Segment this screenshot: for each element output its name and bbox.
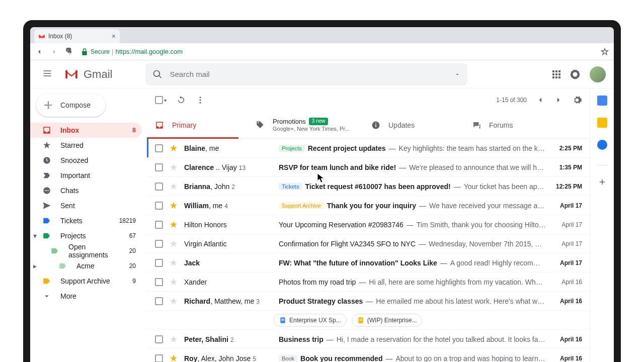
star-icon[interactable]	[169, 220, 178, 229]
mail-row[interactable]: JackFW: What "the future of innovation" …	[147, 253, 590, 273]
tasks-addon-icon[interactable]	[597, 140, 607, 150]
chevron-right-icon[interactable]: ▸	[33, 262, 37, 270]
tab-updates[interactable]: Updates	[363, 112, 464, 138]
search-input[interactable]	[170, 70, 447, 78]
sidebar-item-tickets[interactable]: Tickets18219	[30, 213, 142, 228]
address-bar[interactable]: Secure | https://mail.google.com	[80, 48, 183, 56]
chevron-down-icon[interactable]: ▾	[33, 232, 37, 240]
star-icon[interactable]	[169, 297, 178, 306]
side-panel	[591, 88, 614, 362]
row-checkbox[interactable]	[155, 354, 163, 363]
nav-label: More	[60, 292, 76, 300]
settings-gear-icon[interactable]	[572, 95, 582, 105]
row-checkbox[interactable]	[155, 297, 163, 305]
mail-row[interactable]: Hilton HonorsYour Upcoming Reservation #…	[147, 215, 590, 234]
svg-point-1	[573, 72, 577, 76]
promotions-badge: 3 new	[309, 118, 329, 125]
menu-icon[interactable]	[38, 64, 56, 84]
mail-row[interactable]: XanderPhotos from my road trip — Hi all,…	[147, 273, 590, 292]
attachment-chip[interactable]: (WIP) Enterprise...	[352, 314, 423, 327]
close-tab-icon[interactable]: ×	[112, 32, 116, 40]
star-icon[interactable]	[169, 278, 178, 287]
mail-row[interactable]: Clarence .. Vijay13RSVP for team lunch a…	[147, 158, 590, 177]
svg-rect-11	[375, 124, 376, 127]
account-avatar[interactable]	[590, 66, 606, 82]
sidebar-item-projects[interactable]: ▾Projects67	[30, 228, 142, 243]
row-checkbox[interactable]	[155, 259, 163, 267]
sidebar-item-open-assignments[interactable]: Open assignments20	[30, 243, 142, 258]
mail-row[interactable]: Blaine, meProjectsRecent project updates…	[147, 139, 590, 158]
label-icon	[50, 246, 59, 255]
star-icon[interactable]	[169, 201, 178, 210]
search-box[interactable]	[145, 63, 467, 85]
svg-point-8	[200, 100, 201, 101]
refresh-icon[interactable]	[177, 96, 186, 105]
row-checkbox[interactable]	[155, 335, 163, 343]
svg-rect-15	[281, 320, 284, 320]
star-icon[interactable]	[169, 163, 178, 172]
mail-content: Photos from my road trip — Hi all, here …	[279, 278, 546, 286]
notifications-icon[interactable]	[570, 69, 581, 80]
calendar-addon-icon[interactable]	[597, 96, 607, 106]
browser-tab[interactable]: Inbox (8) ×	[34, 29, 120, 43]
sidebar-item-starred[interactable]: Starred	[30, 138, 142, 153]
row-checkbox[interactable]	[155, 183, 163, 191]
sidebar-item-acme[interactable]: ▸Acme20	[30, 258, 142, 274]
keep-addon-icon[interactable]	[597, 118, 607, 128]
add-addon-icon[interactable]	[598, 177, 607, 187]
mail-date: 1:35 PM	[552, 164, 582, 171]
snippet: Hi, I made a reservation for the hotel y…	[337, 335, 546, 343]
select-all-checkbox[interactable]: ▾	[155, 96, 167, 104]
star-icon[interactable]	[169, 239, 178, 248]
attachment-name: (WIP) Enterprise...	[367, 317, 417, 324]
sender: Brianna, John2	[184, 183, 273, 191]
sidebar-item-important[interactable]: Important	[30, 168, 142, 183]
mail-row[interactable]: Virgin AtlanticConfirmation for Flight V…	[147, 234, 590, 253]
sidebar-item-support-archive[interactable]: Support Archive9	[30, 274, 142, 289]
sidebar-item-more[interactable]: More	[30, 289, 142, 304]
apps-icon[interactable]	[552, 70, 560, 78]
search-options-icon[interactable]	[454, 71, 460, 77]
snippet: Hi all, here are some highlights from my…	[369, 278, 546, 286]
next-page-icon[interactable]	[554, 96, 563, 105]
mail-row[interactable]: William, me4Support ArchiveThank you for…	[147, 196, 590, 215]
mail-row[interactable]: Brianna, John2TicketsTicket request #610…	[147, 177, 590, 196]
compose-button[interactable]: Compose	[36, 94, 106, 117]
row-checkbox[interactable]	[155, 163, 163, 171]
gmail-logo[interactable]: Gmail	[64, 68, 112, 81]
nav-label: Starred	[60, 141, 84, 149]
sidebar-item-chats[interactable]: Chats	[30, 183, 142, 198]
mail-row[interactable]: Richard, Matthew, me3Product Strategy cl…	[147, 292, 590, 311]
back-icon[interactable]	[35, 48, 43, 56]
star-icon[interactable]	[169, 182, 178, 191]
sidebar-item-sent[interactable]: Sent	[30, 198, 142, 213]
tab-forums[interactable]: Forums	[464, 112, 565, 138]
gmail-favicon-icon	[38, 33, 45, 40]
mail-row[interactable]: Roy, Alex, John Jose5BookBook you recomm…	[147, 349, 590, 362]
reload-icon[interactable]	[65, 48, 73, 56]
star-icon[interactable]	[169, 258, 178, 267]
more-icon[interactable]	[196, 96, 205, 105]
sidebar-item-inbox[interactable]: Inbox8	[30, 123, 142, 138]
tab-primary[interactable]: Primary	[147, 112, 248, 138]
sidebar-item-snoozed[interactable]: Snoozed	[30, 153, 142, 168]
row-checkbox[interactable]	[155, 278, 163, 286]
star-icon[interactable]	[169, 335, 178, 344]
mail-date: April 17	[552, 259, 582, 266]
subject: Your Upcoming Reservation #20983746	[279, 221, 404, 229]
attachment-chip[interactable]: Enterprise UX Sp...	[274, 314, 347, 327]
tab-promotions[interactable]: Promotions 3 new Google+, New York Times…	[248, 112, 363, 138]
mail-label-chip: Book	[279, 355, 297, 362]
sender: Peter, Shalini2	[184, 335, 273, 343]
tab-primary-label: Primary	[172, 121, 196, 129]
row-checkbox[interactable]	[155, 221, 163, 229]
row-checkbox[interactable]	[155, 144, 163, 152]
row-checkbox[interactable]	[155, 202, 163, 210]
mail-row[interactable]: Peter, Shalini2Business trip — Hi, I mad…	[147, 330, 590, 349]
row-checkbox[interactable]	[155, 240, 163, 248]
star-icon[interactable]	[169, 144, 178, 153]
bookmark-star-icon[interactable]	[601, 48, 609, 56]
prev-page-icon[interactable]	[536, 96, 545, 105]
forward-icon[interactable]	[50, 48, 58, 56]
star-icon[interactable]	[169, 354, 178, 363]
